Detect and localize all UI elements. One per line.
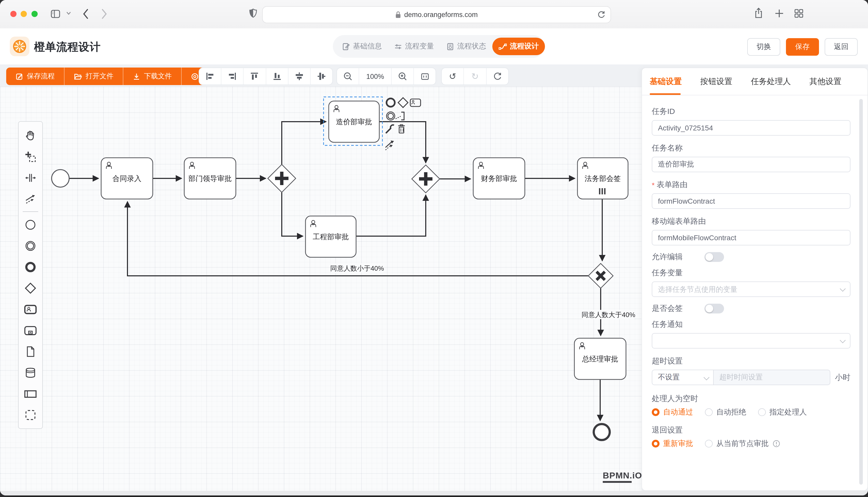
task-dept-leader-approve[interactable]: 部门领导审批 <box>184 158 236 199</box>
start-event[interactable] <box>52 170 69 187</box>
connect-tool-icon[interactable] <box>385 141 394 150</box>
back-icon[interactable] <box>83 8 89 19</box>
open-file-button[interactable]: 打开文件 <box>65 68 123 85</box>
reload-icon[interactable] <box>597 10 605 19</box>
save-button[interactable]: 保存 <box>786 38 819 56</box>
minimize-window-button[interactable] <box>20 11 27 17</box>
form-route-input[interactable] <box>652 193 851 209</box>
privacy-shield-icon[interactable] <box>249 8 258 20</box>
bpmn-canvas[interactable]: 同意人数小于40% 同意人数大于40% 合同录入 部门领导审批 <box>0 87 642 491</box>
button-label: 下载文件 <box>144 72 172 81</box>
flow-cost-to-join[interactable] <box>379 122 426 163</box>
tab-label: 流程设计 <box>510 42 539 51</box>
task-name-input[interactable] <box>652 157 851 172</box>
new-tab-icon[interactable] <box>774 8 784 18</box>
task-finance-dept-approve[interactable]: 财务部审批 <box>473 158 525 199</box>
append-task-icon[interactable] <box>410 99 421 106</box>
sidebar-icon[interactable] <box>51 7 60 20</box>
parallel-gateway-join[interactable] <box>412 165 440 193</box>
timeout-unit: 小时 <box>835 372 851 382</box>
tab-flow-status[interactable]: 流程状态 <box>440 38 492 55</box>
save-flow-button[interactable]: 保存流程 <box>6 68 65 85</box>
browser-window: demo.orangeforms.com 橙单流程 <box>0 0 868 495</box>
task-notify-select[interactable] <box>652 333 851 349</box>
document-status-icon <box>446 43 454 50</box>
task-general-manager-approve[interactable]: 总经理审批 <box>574 338 626 380</box>
task-variable-select[interactable] <box>652 282 851 297</box>
zoom-in-button[interactable] <box>392 68 414 85</box>
parallel-gateway-split[interactable] <box>268 165 296 192</box>
undo-button[interactable]: ↺ <box>442 68 464 85</box>
tab-task-assignee[interactable]: 任务处理人 <box>751 76 791 87</box>
zoom-out-button[interactable] <box>337 68 359 85</box>
append-intermediate-event-icon[interactable] <box>387 112 395 120</box>
align-right-button[interactable] <box>221 68 244 85</box>
append-end-event-icon[interactable] <box>387 98 395 107</box>
tab-basic-settings[interactable]: 基础设置 <box>650 76 682 87</box>
align-top-button[interactable] <box>244 68 266 85</box>
redo-button[interactable]: ↻ <box>464 68 487 85</box>
switch-button[interactable]: 切换 <box>747 38 780 56</box>
flow-split-to-cost[interactable] <box>282 122 326 165</box>
delete-trash-icon[interactable] <box>398 125 405 133</box>
folder-icon <box>74 72 82 80</box>
panel-scrollbar[interactable] <box>859 99 863 485</box>
append-gateway-icon[interactable] <box>398 98 408 108</box>
task-id-input[interactable] <box>652 120 851 136</box>
tab-flow-design[interactable]: 流程设计 <box>492 38 545 55</box>
align-center-vertical-button[interactable] <box>311 68 332 85</box>
tab-other-settings[interactable]: 其他设置 <box>810 76 841 87</box>
flow-split-to-engineering[interactable] <box>282 192 303 236</box>
close-window-button[interactable] <box>10 11 16 17</box>
task-variable-input[interactable] <box>652 282 851 297</box>
exclusive-gateway[interactable] <box>588 264 613 288</box>
radio-auto-pass[interactable]: 自动通过 <box>652 407 693 417</box>
change-type-wrench-icon[interactable] <box>386 125 394 133</box>
radio-from-current-node[interactable]: 从当前节点审批 <box>705 439 780 449</box>
task-label: 部门领导审批 <box>188 174 232 183</box>
end-event[interactable] <box>594 424 610 440</box>
task-legal-dept-countersign[interactable]: 法务部会签 <box>577 158 628 199</box>
radio-assign-handler[interactable]: 指定处理人 <box>758 407 807 417</box>
svg-text:BPMN.iO: BPMN.iO <box>603 470 642 480</box>
tab-button-settings[interactable]: 按钮设置 <box>700 76 732 87</box>
flow-engineering-to-join[interactable] <box>355 195 426 236</box>
align-left-button[interactable] <box>199 68 221 85</box>
timeout-value-input[interactable]: 超时时间设置 <box>714 370 830 385</box>
task-cost-dept-approve[interactable]: 造价部审批 <box>323 97 382 145</box>
bpmn-io-watermark[interactable]: BPMN.iO <box>603 470 642 483</box>
designer-toolbar: 保存流程 打开文件 下载文件 预览 <box>0 68 642 85</box>
address-bar[interactable]: demo.orangeforms.com <box>262 6 611 23</box>
forward-icon[interactable] <box>101 8 107 19</box>
task-contract-entry[interactable]: 合同录入 <box>101 158 153 199</box>
task-label: 财务部审批 <box>481 174 517 183</box>
tab-overview-icon[interactable] <box>794 8 804 18</box>
task-engineering-dept-approve[interactable]: 工程部审批 <box>305 216 356 257</box>
properties-panel: 基础设置 按钮设置 任务处理人 其他设置 任务ID 任务名称 *表单路由 移动端… <box>642 68 868 491</box>
button-label: 保存流程 <box>27 72 55 81</box>
reset-button[interactable] <box>486 68 508 85</box>
tab-label: 流程状态 <box>457 42 486 51</box>
tab-basic-info[interactable]: 基础信息 <box>336 38 388 55</box>
append-text-annotation-icon[interactable] <box>396 112 404 120</box>
download-file-button[interactable]: 下载文件 <box>123 68 182 85</box>
task-notify-input[interactable] <box>652 333 851 349</box>
timeout-mode-select[interactable]: 不设置 <box>652 370 714 385</box>
tab-flow-variables[interactable]: 流程变量 <box>388 38 440 55</box>
allow-edit-toggle[interactable] <box>704 252 724 262</box>
panel-tabs: 基础设置 按钮设置 任务处理人 其他设置 <box>642 68 867 95</box>
countersign-toggle[interactable] <box>704 304 724 313</box>
chevron-down-icon[interactable] <box>66 11 71 15</box>
return-setting-label: 退回设置 <box>652 425 851 435</box>
fit-view-button[interactable] <box>414 68 436 85</box>
radio-auto-reject[interactable]: 自动拒绝 <box>705 407 746 417</box>
zoom-window-button[interactable] <box>31 11 38 17</box>
task-label: 造价部审批 <box>336 118 372 126</box>
back-button[interactable]: 返回 <box>825 38 858 56</box>
radio-restart-approve[interactable]: 重新审批 <box>652 439 693 449</box>
mobile-form-route-input[interactable] <box>652 230 851 245</box>
share-icon[interactable] <box>754 7 764 20</box>
file-button-group: 保存流程 打开文件 下载文件 预览 <box>6 68 225 85</box>
align-center-horizontal-button[interactable] <box>288 68 311 85</box>
align-bottom-button[interactable] <box>266 68 288 85</box>
